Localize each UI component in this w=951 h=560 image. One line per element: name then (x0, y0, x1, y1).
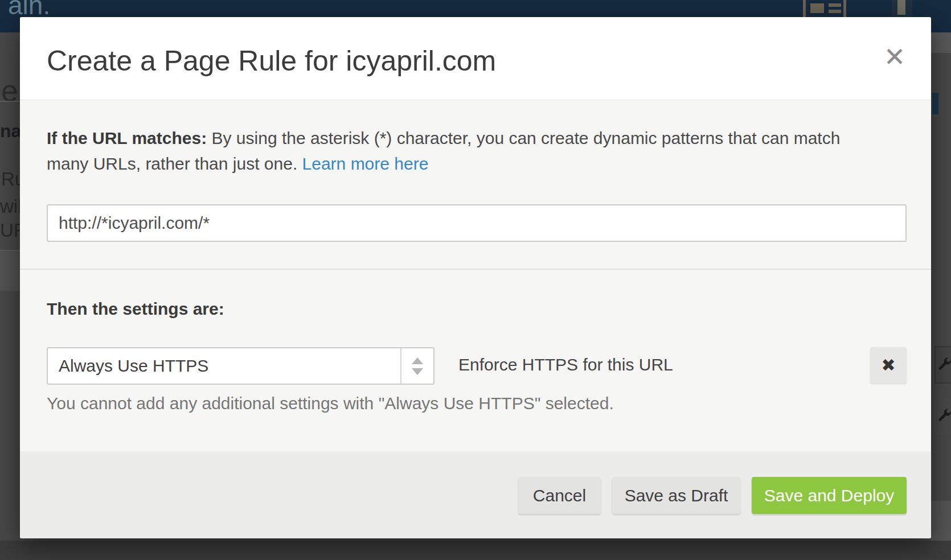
backdrop-button-edge (932, 93, 938, 114)
wrench-icon (937, 356, 951, 371)
backdrop-divider (0, 101, 20, 102)
settings-heading: Then the settings are: (47, 299, 224, 319)
select-stepper[interactable] (400, 348, 433, 384)
setting-select[interactable]: Always Use HTTPS (47, 347, 434, 385)
save-as-draft-button[interactable]: Save as Draft (612, 477, 740, 514)
setting-description: Enforce HTTPS for this URL (458, 355, 673, 374)
stepper-up-icon (412, 357, 423, 364)
remove-setting-button[interactable]: ✖ (870, 347, 907, 384)
save-and-deploy-button[interactable]: Save and Deploy (752, 477, 907, 514)
modal-header: Create a Page Rule for icyapril.com ✕ (20, 17, 931, 100)
backdrop-band (931, 501, 951, 541)
url-pattern-input[interactable] (47, 204, 907, 242)
url-match-description: If the URL matches: By using the asteris… (47, 125, 884, 176)
modal-footer: Cancel Save as Draft Save and Deploy (20, 451, 931, 538)
cancel-button[interactable]: Cancel (518, 477, 601, 514)
learn-more-link[interactable]: Learn more here (302, 154, 429, 173)
panel-icon (892, 0, 912, 17)
stepper-down-icon (412, 368, 423, 375)
setting-select-value: Always Use HTTPS (59, 348, 208, 384)
section-divider (20, 269, 931, 270)
wrench-icon (937, 407, 951, 422)
create-page-rule-modal: Create a Page Rule for icyapril.com ✕ If… (20, 17, 931, 538)
backdrop-band (931, 32, 951, 53)
modal-title: Create a Page Rule for icyapril.com (47, 44, 496, 77)
url-match-label: If the URL matches: (47, 129, 207, 147)
backdrop-text-fragment: e (1, 73, 18, 108)
backdrop-bottom (0, 541, 951, 560)
close-icon[interactable]: ✕ (876, 39, 913, 75)
setting-note: You cannot add any additional settings w… (47, 394, 614, 413)
remove-setting-icon: ✖ (881, 356, 895, 374)
backdrop-table-header (0, 251, 20, 291)
